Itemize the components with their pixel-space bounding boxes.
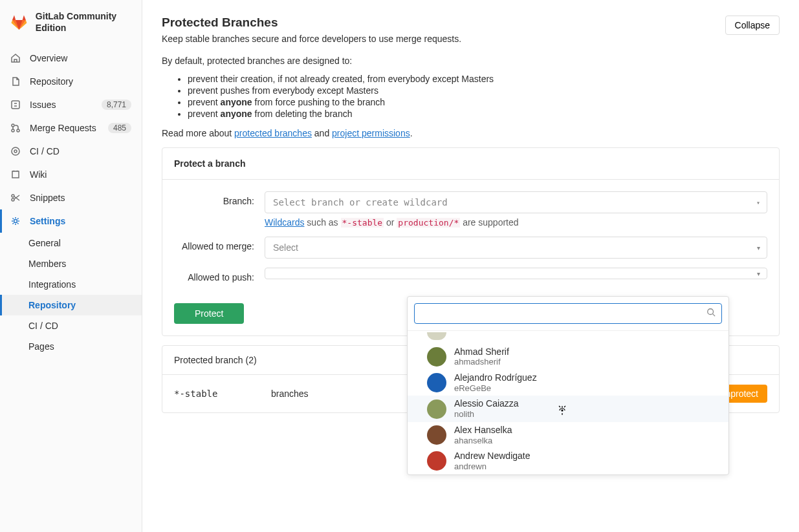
read-more: Read more about protected branches and p… xyxy=(162,128,780,138)
description: By default, protected branches are desig… xyxy=(162,56,780,66)
allowed-push-select[interactable]: ▾ xyxy=(265,268,767,279)
user-dropdown: amarvany Ahmad SherifahmadsherifAlejandr… xyxy=(407,296,729,475)
nav-label: Merge Requests xyxy=(30,123,96,133)
page-title: Protected Branches xyxy=(162,16,461,30)
subnav-repository[interactable]: Repository xyxy=(0,295,142,315)
svg-point-8 xyxy=(14,220,17,223)
page-subtitle: Keep stable branches secure and force de… xyxy=(162,34,461,44)
avatar xyxy=(427,451,446,471)
user-name: Ahmad Sherif xyxy=(454,346,509,357)
bullet-list: prevent their creation, if not already c… xyxy=(188,74,780,119)
dropdown-user-item[interactable]: Alejandro RodríguezeReGeBe xyxy=(408,370,728,396)
dropdown-search-input[interactable] xyxy=(414,303,722,324)
user-username: nolith xyxy=(454,409,519,420)
nav-merge-requests[interactable]: Merge Requests 485 xyxy=(0,116,142,140)
project-permissions-link[interactable]: project permissions xyxy=(332,128,410,138)
bullet-item: prevent pushes from everybody except Mas… xyxy=(188,85,780,96)
nav-ci-cd[interactable]: CI / CD xyxy=(0,140,142,163)
gitlab-logo xyxy=(10,12,28,32)
user-name: Alejandro Rodríguez xyxy=(454,372,537,383)
user-username: ahanselka xyxy=(454,436,512,446)
svg-point-1 xyxy=(12,124,14,127)
protect-button[interactable]: Protect xyxy=(174,303,244,324)
svg-point-4 xyxy=(12,147,19,155)
nav-label: Overview xyxy=(30,53,67,63)
bullet-item: prevent anyone from deleting the branch xyxy=(188,109,780,119)
user-username: eReGeBe xyxy=(454,383,537,394)
settings-subnav: General Members Integrations Repository … xyxy=(0,233,142,357)
matching-branches: branches xyxy=(271,388,394,399)
nav-snippets[interactable]: Snippets xyxy=(0,186,142,209)
svg-point-3 xyxy=(17,129,19,132)
subnav-integrations[interactable]: Integrations xyxy=(0,274,142,295)
subnav-members[interactable]: Members xyxy=(0,253,142,274)
svg-point-6 xyxy=(12,195,14,197)
svg-point-9 xyxy=(708,309,714,315)
nav-overview[interactable]: Overview xyxy=(0,47,142,70)
user-name: Alex Hanselka xyxy=(454,425,512,436)
user-username: ahmadsherif xyxy=(454,357,509,367)
branch-select[interactable]: Select branch or create wildcard ▾ xyxy=(265,191,767,213)
allowed-merge-select[interactable]: Select ▾ xyxy=(265,237,767,259)
merge-icon xyxy=(10,123,21,133)
bullet-item: prevent anyone from force pushing to the… xyxy=(188,97,780,107)
avatar xyxy=(427,332,446,340)
sidebar-header: GitLab Community Edition xyxy=(0,0,142,47)
dropdown-user-item-partial[interactable]: amarvany xyxy=(408,331,728,344)
sidebar-title: GitLab Community Edition xyxy=(36,10,131,34)
svg-point-2 xyxy=(12,129,14,132)
avatar xyxy=(427,347,446,367)
subnav-general[interactable]: General xyxy=(0,233,142,253)
dropdown-user-item[interactable]: Alessio Caiazzanolith xyxy=(408,396,728,421)
protected-count-header: Protected branch (2) xyxy=(174,355,271,365)
nav-issues[interactable]: Issues 8,771 xyxy=(0,93,142,116)
nav-wiki[interactable]: Wiki xyxy=(0,163,142,186)
dropdown-user-item[interactable]: Andrew Newdigateandrewn xyxy=(408,448,728,474)
wildcard-help: Wildcards such as *-stable or production… xyxy=(265,217,767,228)
chevron-down-icon: ▾ xyxy=(756,199,760,206)
svg-point-7 xyxy=(12,198,14,201)
book-icon xyxy=(10,169,21,180)
user-name: Andrew Newdigate xyxy=(454,451,531,462)
nav-label: Snippets xyxy=(30,193,65,203)
nav-label: Wiki xyxy=(30,169,47,180)
nav-label: Repository xyxy=(30,76,73,87)
push-label: Allowed to push: xyxy=(174,268,265,282)
bullet-item: prevent their creation, if not already c… xyxy=(188,74,780,84)
subnav-cicd[interactable]: CI / CD xyxy=(0,315,142,336)
gear-icon xyxy=(10,216,21,226)
svg-rect-0 xyxy=(12,101,19,109)
nav-label: CI / CD xyxy=(30,146,60,156)
collapse-button[interactable]: Collapse xyxy=(725,16,780,35)
mr-badge: 485 xyxy=(108,123,131,133)
user-username: andrewn xyxy=(454,462,531,472)
issues-badge: 8,771 xyxy=(102,100,131,110)
dropdown-user-item[interactable]: Ahmad Sherifahmadsherif xyxy=(408,344,728,370)
cursor-icon xyxy=(556,405,568,416)
nav-repository[interactable]: Repository xyxy=(0,70,142,93)
dropdown-user-item[interactable]: Alex Hanselkaahanselka xyxy=(408,422,728,448)
avatar xyxy=(427,373,446,392)
protected-branches-link[interactable]: protected branches xyxy=(234,128,312,138)
file-icon xyxy=(10,76,21,87)
avatar xyxy=(427,399,446,419)
issues-icon xyxy=(10,100,21,110)
chevron-down-icon: ▾ xyxy=(757,270,760,277)
dropdown-list: amarvany Ahmad SherifahmadsherifAlejandr… xyxy=(408,331,728,474)
user-name: Alessio Caiazza xyxy=(454,398,519,409)
scissors-icon xyxy=(10,193,21,203)
merge-label: Allowed to merge: xyxy=(174,237,265,251)
chevron-down-icon: ▾ xyxy=(757,244,760,251)
subnav-pages[interactable]: Pages xyxy=(0,336,142,357)
nav-label: Settings xyxy=(30,216,65,226)
wildcards-link[interactable]: Wildcards xyxy=(265,217,304,228)
search-icon xyxy=(706,308,716,317)
sidebar: GitLab Community Edition Overview Reposi… xyxy=(0,0,142,532)
avatar xyxy=(427,425,446,445)
branch-label: Branch: xyxy=(174,191,265,206)
nav-settings[interactable]: Settings xyxy=(0,209,142,233)
rocket-icon xyxy=(10,146,21,156)
main-content: Protected Branches Keep stable branches … xyxy=(142,0,799,532)
panel-header: Protect a branch xyxy=(162,148,779,180)
svg-point-10 xyxy=(562,410,563,411)
